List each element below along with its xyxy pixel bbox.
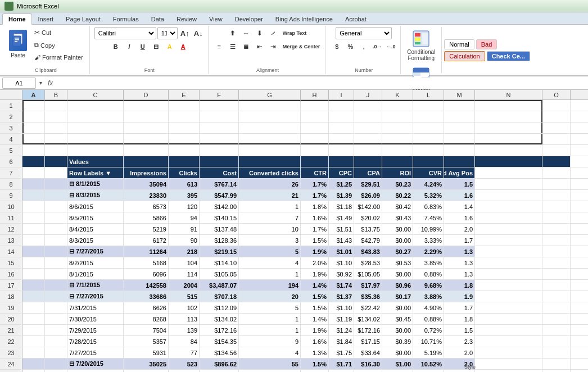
cell[interactable]: 1.5% bbox=[301, 291, 329, 302]
cell[interactable]: 1.3% bbox=[301, 347, 329, 358]
cell[interactable]: Converted clicks bbox=[239, 167, 301, 178]
cell[interactable]: 2.0 bbox=[444, 347, 475, 358]
cell[interactable] bbox=[200, 134, 239, 144]
cell[interactable] bbox=[124, 156, 169, 167]
row-num[interactable]: 24 bbox=[0, 359, 22, 369]
cell[interactable] bbox=[475, 100, 542, 111]
cell[interactable]: 1.5 bbox=[444, 325, 475, 335]
cell[interactable]: 1.9% bbox=[301, 246, 329, 257]
cell[interactable] bbox=[444, 156, 475, 167]
cell[interactable]: $0.00 bbox=[382, 325, 413, 335]
fill-color-button[interactable]: A bbox=[164, 40, 176, 53]
cell[interactable] bbox=[169, 100, 200, 111]
cell[interactable]: 1.3 bbox=[444, 257, 475, 268]
row-num[interactable]: 21 bbox=[0, 325, 22, 335]
cell[interactable]: $0.45 bbox=[382, 314, 413, 324]
cell[interactable]: 6573 bbox=[124, 201, 169, 212]
cell[interactable] bbox=[542, 325, 571, 335]
cell[interactable] bbox=[329, 134, 354, 144]
cell[interactable] bbox=[542, 145, 571, 156]
cell[interactable]: 113 bbox=[169, 314, 200, 324]
cell[interactable] bbox=[542, 224, 571, 234]
cell[interactable] bbox=[475, 190, 542, 201]
cell[interactable]: $105.05 bbox=[200, 269, 239, 279]
cell[interactable]: 1 bbox=[239, 325, 301, 335]
row-num[interactable]: 8 bbox=[0, 179, 22, 189]
cell[interactable]: 8/5/2015 bbox=[67, 212, 124, 223]
row-num[interactable]: 13 bbox=[0, 235, 22, 246]
cell[interactable] bbox=[444, 134, 475, 144]
cell[interactable]: $35.36 bbox=[354, 291, 382, 302]
cell[interactable] bbox=[45, 359, 67, 369]
cell[interactable]: 1.9% bbox=[301, 269, 329, 279]
cell[interactable]: $27.54 bbox=[354, 370, 382, 372]
cell[interactable]: Cost bbox=[200, 167, 239, 178]
cell[interactable] bbox=[382, 145, 413, 156]
cell[interactable]: 1.5% bbox=[301, 302, 329, 313]
cell[interactable]: $29.51 bbox=[354, 179, 382, 189]
row-num[interactable]: 2 bbox=[0, 111, 22, 122]
cell[interactable] bbox=[22, 314, 45, 324]
cell[interactable]: $0.96 bbox=[382, 280, 413, 291]
cell[interactable]: 515 bbox=[169, 291, 200, 302]
cell[interactable] bbox=[542, 314, 571, 324]
cell[interactable]: 0.72% bbox=[413, 325, 444, 335]
cell[interactable]: 11264 bbox=[124, 246, 169, 257]
cell[interactable] bbox=[22, 291, 45, 302]
row-num[interactable]: 11 bbox=[0, 212, 22, 223]
align-top-button[interactable]: ⬆ bbox=[227, 27, 239, 39]
cell[interactable]: $154.35 bbox=[200, 336, 239, 347]
cell[interactable]: $707.18 bbox=[200, 291, 239, 302]
cell-reference-input[interactable] bbox=[2, 78, 36, 89]
cell[interactable] bbox=[45, 291, 67, 302]
cell[interactable] bbox=[475, 179, 542, 189]
cell[interactable]: 1.6% bbox=[301, 336, 329, 347]
cell[interactable] bbox=[329, 123, 354, 133]
cell[interactable]: $0.17 bbox=[382, 291, 413, 302]
cell[interactable] bbox=[475, 370, 542, 372]
cell[interactable]: 2.29% bbox=[413, 246, 444, 257]
cell[interactable]: 0.83% bbox=[413, 201, 444, 212]
cell[interactable]: 1.7 bbox=[444, 235, 475, 246]
bad-style[interactable]: Bad bbox=[476, 39, 497, 49]
cell[interactable]: 4.90% bbox=[413, 302, 444, 313]
cell[interactable]: $28.53 bbox=[354, 257, 382, 268]
cell[interactable] bbox=[413, 111, 444, 122]
cell[interactable] bbox=[382, 100, 413, 111]
row-num[interactable]: 19 bbox=[0, 302, 22, 313]
cell[interactable]: 5866 bbox=[124, 212, 169, 223]
cell[interactable]: $142.00 bbox=[354, 201, 382, 212]
cell[interactable] bbox=[542, 347, 571, 358]
cell[interactable]: $1.10 bbox=[329, 302, 354, 313]
cell[interactable]: 6096 bbox=[124, 269, 169, 279]
cell[interactable]: 8/6/2015 bbox=[67, 201, 124, 212]
cell[interactable] bbox=[22, 134, 45, 144]
align-left-button[interactable]: ≡ bbox=[213, 40, 225, 53]
cell[interactable] bbox=[301, 111, 329, 122]
cell[interactable] bbox=[22, 347, 45, 358]
cell[interactable]: $0.27 bbox=[382, 246, 413, 257]
cell[interactable] bbox=[542, 179, 571, 189]
cell[interactable] bbox=[413, 123, 444, 133]
cell[interactable]: ⊟ 8/1/2015 bbox=[67, 179, 124, 189]
cell[interactable] bbox=[444, 145, 475, 156]
cell[interactable]: 5931 bbox=[124, 347, 169, 358]
tab-page-layout[interactable]: Page Layout bbox=[60, 13, 107, 24]
cell[interactable]: $0.92 bbox=[329, 269, 354, 279]
cell[interactable] bbox=[301, 100, 329, 111]
increase-font-button[interactable]: A↑ bbox=[179, 27, 191, 39]
format-painter-button[interactable]: 🖌 Format Painter bbox=[31, 52, 86, 62]
cell[interactable]: 1.6 bbox=[444, 190, 475, 201]
cell[interactable] bbox=[22, 201, 45, 212]
cell[interactable]: 120 bbox=[169, 201, 200, 212]
cell[interactable]: 9.68% bbox=[413, 280, 444, 291]
cell[interactable]: $134.02 bbox=[200, 314, 239, 324]
row-num[interactable]: 12 bbox=[0, 224, 22, 234]
cell[interactable] bbox=[475, 280, 542, 291]
cell[interactable]: Impressions bbox=[124, 167, 169, 178]
cell[interactable] bbox=[542, 359, 571, 369]
italic-button[interactable]: I bbox=[123, 40, 135, 53]
row-num[interactable]: 23 bbox=[0, 347, 22, 358]
font-name-select[interactable]: Calibri bbox=[94, 27, 156, 39]
row-num[interactable]: 10 bbox=[0, 201, 22, 212]
